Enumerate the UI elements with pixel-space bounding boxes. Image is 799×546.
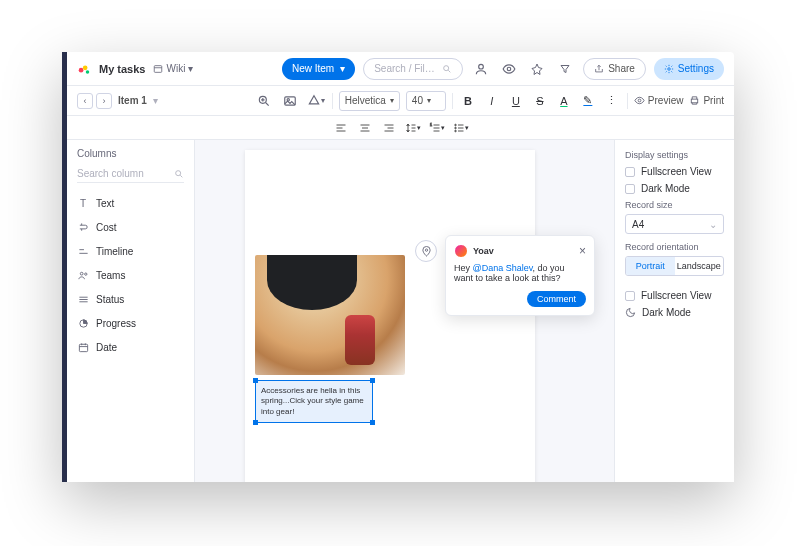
filter-icon[interactable] bbox=[555, 59, 575, 79]
landscape-button[interactable]: Landscape bbox=[675, 257, 724, 275]
svg-point-4 bbox=[444, 65, 449, 70]
column-item[interactable]: TText bbox=[77, 191, 184, 215]
new-item-button[interactable]: New Item ▾ bbox=[282, 58, 355, 80]
italic-button[interactable]: I bbox=[483, 95, 501, 107]
svg-point-14 bbox=[454, 124, 456, 126]
svg-point-16 bbox=[454, 130, 456, 132]
column-label: Teams bbox=[96, 270, 125, 281]
record-size-dropdown[interactable]: A4 ⌄ bbox=[625, 214, 724, 234]
svg-point-15 bbox=[454, 127, 456, 129]
new-item-label: New Item bbox=[292, 63, 334, 74]
list-bullet-button[interactable]: ▾ bbox=[452, 122, 470, 134]
align-center-button[interactable] bbox=[356, 122, 374, 134]
svg-point-5 bbox=[479, 64, 484, 69]
resize-handle[interactable] bbox=[370, 378, 375, 383]
record-size-label: Record size bbox=[625, 200, 724, 210]
chevron-down-icon: ▾ bbox=[390, 96, 394, 105]
comment-pin-icon[interactable] bbox=[415, 240, 437, 262]
board-title: My tasks bbox=[99, 63, 145, 75]
column-label: Timeline bbox=[96, 246, 133, 257]
svg-rect-12 bbox=[692, 99, 698, 103]
line-height-button[interactable]: ▾ bbox=[404, 122, 422, 134]
search-icon bbox=[442, 64, 452, 74]
cost-icon bbox=[77, 221, 89, 233]
shape-icon[interactable]: ▾ bbox=[306, 91, 326, 111]
more-button[interactable]: ⋮ bbox=[603, 94, 621, 107]
share-label: Share bbox=[608, 63, 635, 74]
document-canvas[interactable]: Accessories are hella in this spring...C… bbox=[195, 140, 614, 482]
view-dropdown[interactable]: Wiki ▾ bbox=[153, 63, 193, 74]
user-icon[interactable] bbox=[471, 59, 491, 79]
preview-button[interactable]: Preview bbox=[634, 95, 684, 106]
nav-back-button[interactable]: ‹ bbox=[77, 93, 93, 109]
close-icon[interactable]: × bbox=[579, 244, 586, 258]
svg-rect-3 bbox=[155, 65, 163, 72]
column-item[interactable]: Status bbox=[77, 287, 184, 311]
search-input[interactable]: Search / Filter Board bbox=[363, 58, 463, 80]
right-panel: Display settings Fullscreen View Dark Mo… bbox=[614, 140, 734, 482]
breadcrumb-chevron-icon: ▾ bbox=[153, 95, 158, 106]
bold-button[interactable]: B bbox=[459, 95, 477, 107]
mention[interactable]: @Dana Shalev bbox=[473, 263, 533, 273]
column-item[interactable]: Date bbox=[77, 335, 184, 359]
column-label: Date bbox=[96, 342, 117, 353]
settings-label: Settings bbox=[678, 63, 714, 74]
pin-icon[interactable] bbox=[527, 59, 547, 79]
resize-handle[interactable] bbox=[253, 378, 258, 383]
text-block-selected[interactable]: Accessories are hella in this spring...C… bbox=[255, 380, 373, 423]
comment-button[interactable]: Comment bbox=[527, 291, 586, 307]
svg-point-18 bbox=[80, 272, 83, 275]
share-button[interactable]: Share bbox=[583, 58, 646, 80]
column-item[interactable]: Progress bbox=[77, 311, 184, 335]
chevron-down-icon: ▾ bbox=[340, 63, 345, 74]
portrait-button[interactable]: Portrait bbox=[626, 257, 675, 275]
topbar: My tasks Wiki ▾ New Item ▾ Search / Filt… bbox=[67, 52, 734, 86]
underline-button[interactable]: U bbox=[507, 95, 525, 107]
svg-point-1 bbox=[83, 65, 88, 70]
svg-point-2 bbox=[86, 70, 90, 74]
logo-icon bbox=[77, 62, 91, 76]
eye-icon[interactable] bbox=[499, 59, 519, 79]
moon-icon bbox=[625, 307, 636, 318]
darkmode-checkbox[interactable]: Dark Mode bbox=[625, 183, 724, 194]
timeline-icon bbox=[77, 245, 89, 257]
fullscreen-checkbox[interactable]: Fullscreen View bbox=[625, 166, 724, 177]
print-button[interactable]: Print bbox=[689, 95, 724, 106]
column-search-input[interactable]: Search column bbox=[77, 165, 184, 183]
font-family-dropdown[interactable]: Helvetica ▾ bbox=[339, 91, 400, 111]
fullscreen-checkbox-2[interactable]: Fullscreen View bbox=[625, 290, 724, 301]
svg-point-19 bbox=[84, 272, 86, 274]
text-color-button[interactable]: A bbox=[555, 95, 573, 107]
align-right-button[interactable] bbox=[380, 122, 398, 134]
preview-label: Preview bbox=[648, 95, 684, 106]
strike-button[interactable]: S bbox=[531, 95, 549, 107]
comment-body: Hey @Dana Shalev, do you want to take a … bbox=[454, 263, 586, 283]
svg-point-17 bbox=[176, 170, 181, 175]
font-size-dropdown[interactable]: 40 ▾ bbox=[406, 91, 446, 111]
font-value: Helvetica bbox=[345, 95, 386, 106]
resize-handle[interactable] bbox=[253, 420, 258, 425]
column-item[interactable]: Timeline bbox=[77, 239, 184, 263]
zoom-icon[interactable] bbox=[254, 91, 274, 111]
column-item[interactable]: Cost bbox=[77, 215, 184, 239]
search-icon bbox=[174, 169, 184, 179]
orientation-segmented: Portrait Landscape bbox=[625, 256, 724, 276]
darkmode-toggle[interactable]: Dark Mode bbox=[625, 307, 724, 318]
comment-author: Yoav bbox=[473, 246, 494, 256]
search-placeholder: Search / Filter Board bbox=[374, 63, 437, 74]
highlight-button[interactable]: ✎ bbox=[579, 94, 597, 107]
chevron-down-icon: ⌄ bbox=[709, 219, 717, 230]
column-item[interactable]: Teams bbox=[77, 263, 184, 287]
resize-handle[interactable] bbox=[370, 420, 375, 425]
nav-forward-button[interactable]: › bbox=[96, 93, 112, 109]
print-label: Print bbox=[703, 95, 724, 106]
list-ordered-button[interactable]: 1▾ bbox=[428, 122, 446, 134]
progress-icon bbox=[77, 317, 89, 329]
align-left-button[interactable] bbox=[332, 122, 350, 134]
column-label: Text bbox=[96, 198, 114, 209]
display-settings-heading: Display settings bbox=[625, 150, 724, 160]
document-image[interactable] bbox=[255, 255, 405, 375]
image-icon[interactable] bbox=[280, 91, 300, 111]
status-icon bbox=[77, 293, 89, 305]
settings-button[interactable]: Settings bbox=[654, 58, 724, 80]
